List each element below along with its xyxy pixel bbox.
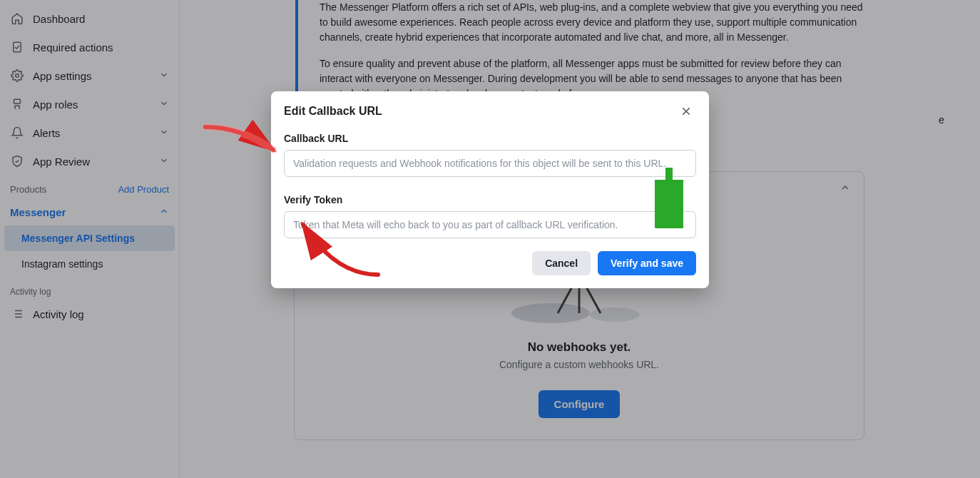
modal-title: Edit Callback URL: [284, 105, 382, 118]
verify-token-input[interactable]: [284, 211, 696, 238]
callback-url-label: Callback URL: [284, 133, 696, 144]
close-icon: [680, 106, 692, 117]
cancel-button[interactable]: Cancel: [532, 251, 591, 275]
verify-save-button[interactable]: Verify and save: [598, 251, 696, 275]
close-button[interactable]: [676, 101, 696, 121]
edit-callback-modal: Edit Callback URL Callback URL Verify To…: [271, 91, 709, 288]
verify-token-label: Verify Token: [284, 194, 696, 205]
callback-url-input[interactable]: [284, 150, 696, 177]
modal-overlay: Edit Callback URL Callback URL Verify To…: [0, 0, 980, 478]
